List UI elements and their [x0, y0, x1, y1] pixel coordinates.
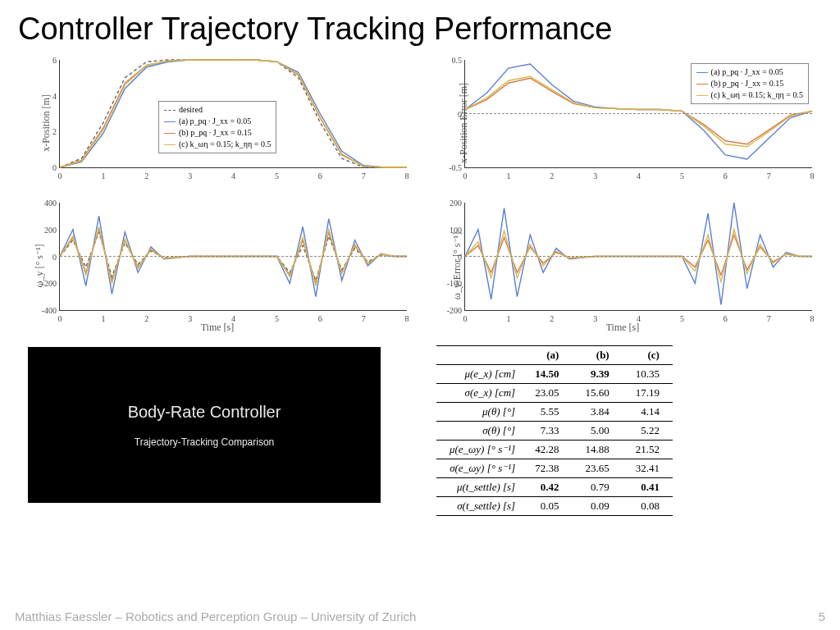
metrics-table-wrap: (a)(b)(c)μ(e_x) [cm]14.509.3910.35σ(e_x)… — [428, 339, 817, 511]
plot-area: desired(a) p_pq · J_xx = 0.05(b) p_pq · … — [59, 60, 407, 168]
xlabel: Time [s] — [606, 322, 640, 334]
chart-x-position: x-Position [m] desired(a) p_pq · J_xx = … — [23, 53, 412, 193]
plot-area: (a) p_pq · J_xx = 0.05(b) p_pq · J_xx = … — [464, 60, 812, 168]
page-number: 5 — [819, 609, 825, 623]
chart-omega-y-error: ω_y-Error [° s⁻¹] Time [s] 012345678-200… — [428, 196, 817, 336]
video-title: Body-Rate Controller — [128, 403, 281, 422]
zero-line — [465, 113, 812, 114]
footer: Matthias Faessler – Robotics and Percept… — [15, 609, 825, 623]
xlabel: Time [s] — [201, 322, 235, 334]
legend: (a) p_pq · J_xx = 0.05(b) p_pq · J_xx = … — [691, 63, 809, 104]
footer-author: Matthias Faessler – Robotics and Percept… — [15, 609, 416, 623]
plot-area: 012345678-200-1000100200 — [464, 203, 812, 311]
legend: desired(a) p_pq · J_xx = 0.05(b) p_pq · … — [158, 101, 276, 153]
chart-omega-y: ω_y [° s⁻¹] Time [s] 012345678-400-20002… — [23, 196, 412, 336]
metrics-table: (a)(b)(c)μ(e_x) [cm]14.509.3910.35σ(e_x)… — [436, 345, 673, 516]
zero-line — [60, 256, 407, 257]
chart-x-position-error: x-Position Error [m] (a) p_pq · J_xx = 0… — [428, 53, 817, 193]
plot-area: 012345678-400-2000200400 — [59, 203, 407, 311]
slide-title: Controller Trajectory Tracking Performan… — [0, 0, 840, 53]
video-subtitle: Trajectory-Tracking Comparison — [135, 436, 275, 448]
video-thumbnail[interactable]: Body-Rate Controller Trajectory-Tracking… — [28, 347, 381, 503]
ylabel: ω_y-Error [° s⁻¹] — [451, 232, 463, 299]
ylabel: x-Position [m] — [40, 94, 52, 152]
chart-grid: x-Position [m] desired(a) p_pq · J_xx = … — [0, 53, 840, 511]
zero-line — [465, 256, 812, 257]
